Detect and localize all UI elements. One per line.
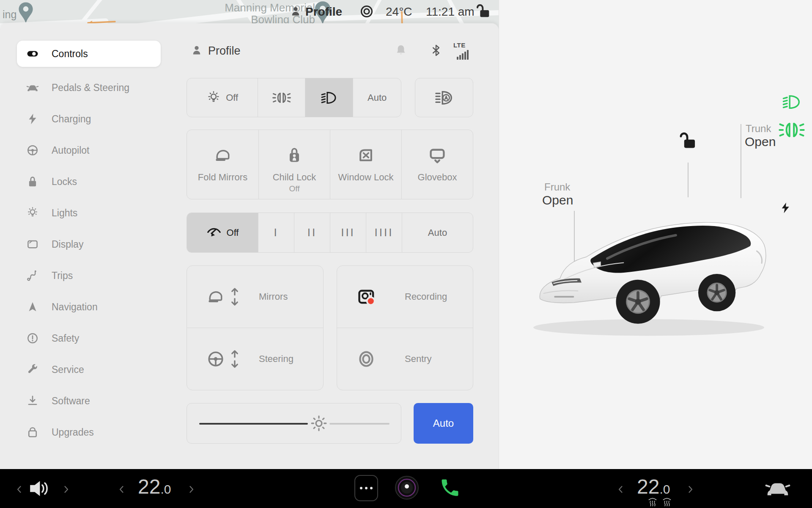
unlocked-icon[interactable] (475, 3, 491, 19)
sidebar-item-autopilot[interactable]: Autopilot (17, 135, 161, 166)
alert-circle-icon (26, 332, 39, 345)
sidebar-item-upgrades[interactable]: Upgrades (17, 417, 161, 448)
recording-button[interactable]: Recording (337, 266, 473, 328)
phone-icon[interactable] (439, 477, 461, 499)
sidebar-item-charging[interactable]: Charging (17, 103, 161, 135)
quick-controls-group: Fold Mirrors Child Lock Off Window Lock (187, 130, 473, 199)
toggle-icon (26, 47, 39, 60)
wiper-speed-2-button[interactable]: II (294, 213, 330, 252)
app-launcher-button[interactable] (354, 475, 378, 501)
auto-high-beam-button[interactable] (415, 78, 473, 117)
child-lock-icon (285, 145, 304, 166)
volume-up-chevron-icon[interactable] (61, 484, 71, 494)
mirror-steering-card: Mirrors Steering (187, 265, 324, 390)
sentry-button[interactable]: Sentry (337, 328, 473, 390)
driver-temp-down-icon[interactable] (117, 484, 127, 494)
lights-auto-button[interactable]: Auto (353, 78, 401, 117)
low-beam-button[interactable] (305, 78, 353, 117)
wiper-icon (206, 225, 222, 240)
display-auto-button[interactable]: Auto (414, 403, 473, 444)
steering-adjust-button[interactable]: Steering (187, 328, 323, 390)
wipers-off-button[interactable]: Off (187, 213, 258, 252)
tesla-touchscreen: ing Manning Memorial Bowling Club Profil… (0, 0, 812, 508)
fold-mirrors-button[interactable]: Fold Mirrors (187, 130, 258, 199)
vehicle-status-panel: Trunk Open Frunk Open (499, 0, 812, 469)
trunk-open-button[interactable]: Open (745, 135, 776, 149)
sidebar-item-display[interactable]: Display (17, 229, 161, 260)
notification-bell-icon[interactable] (394, 43, 408, 58)
sidebar-item-software[interactable]: Software (17, 385, 161, 417)
parking-lights-icon (272, 92, 291, 104)
bulb-icon (206, 91, 221, 105)
wiper-speed-3-button[interactable]: III (330, 213, 366, 252)
driver-profile-icon (289, 5, 302, 18)
wiper-speed-group: Off I II III IIII Auto (187, 213, 473, 253)
volume-down-chevron-icon[interactable] (14, 484, 25, 494)
charge-port-icon[interactable] (779, 200, 792, 216)
side-mirror-icon (206, 287, 225, 306)
profile-icon (190, 44, 203, 57)
bulb-icon (26, 207, 39, 219)
wipers-auto-button[interactable]: Auto (402, 213, 473, 252)
sidebar-item-service[interactable]: Service (17, 354, 161, 385)
wiper-speed-4-button[interactable]: IIII (366, 213, 402, 252)
sidebar-item-pedals-steering[interactable]: Pedals & Steering (17, 72, 161, 103)
speaker-icon[interactable] (26, 476, 52, 501)
auto-high-beam-icon (434, 88, 454, 108)
passenger-temp-down-icon[interactable] (616, 484, 626, 494)
driver-temp-display[interactable]: 22 .0 (138, 475, 171, 498)
sidebar-item-trips[interactable]: Trips (17, 260, 161, 291)
parking-lights-active-icon (779, 122, 805, 138)
brightness-track-filled[interactable] (199, 423, 308, 425)
glovebox-icon (428, 145, 447, 166)
map-street-label: ing (3, 8, 16, 21)
passenger-temp-up-icon[interactable] (685, 484, 695, 494)
sidebar-item-lights[interactable]: Lights (17, 197, 161, 229)
network-type: LTE (453, 41, 473, 49)
clock: 11:21 am (426, 5, 475, 19)
outside-temperature: 24°C (386, 5, 412, 19)
low-beam-icon (321, 89, 337, 106)
mirrors-adjust-button[interactable]: Mirrors (187, 266, 323, 328)
trunk-label: Trunk (746, 123, 771, 135)
side-mirror-icon (214, 145, 232, 166)
window-lock-button[interactable]: Window Lock (330, 130, 401, 199)
bluetooth-icon[interactable] (430, 43, 442, 58)
wiper-speed-1-button[interactable]: I (258, 213, 294, 252)
lte-signal-icon[interactable]: LTE (453, 41, 473, 60)
panel-title: Profile (208, 44, 241, 58)
up-down-arrows-icon (229, 350, 240, 368)
brightness-slider[interactable] (187, 403, 401, 444)
vehicle-controls-icon[interactable] (765, 475, 791, 501)
driver-temp-up-icon[interactable] (186, 484, 196, 494)
child-lock-button[interactable]: Child Lock Off (258, 130, 330, 199)
glovebox-button[interactable]: Glovebox (401, 130, 473, 199)
headlight-mode-group: Off Auto (187, 78, 401, 117)
sidebar-item-locks[interactable]: Locks (17, 166, 161, 197)
wrench-icon (26, 363, 39, 376)
sidebar-item-navigation[interactable]: Navigation (17, 291, 161, 323)
launcher-bar: 22 .0 22 .0 (0, 469, 812, 508)
download-icon (26, 395, 39, 407)
upgrades-bag-icon (26, 426, 39, 439)
lights-off-button[interactable]: Off (187, 78, 258, 117)
brightness-sun-icon[interactable] (309, 414, 329, 433)
sidebar-item-safety[interactable]: Safety (17, 323, 161, 354)
status-profile-button[interactable]: Profile (305, 5, 342, 19)
sidebar-item-controls[interactable]: Controls (17, 41, 161, 67)
vehicle-render (524, 181, 778, 341)
cabin-camera-icon[interactable] (394, 475, 420, 500)
sentry-icon (357, 349, 376, 369)
parking-lights-button[interactable] (258, 78, 305, 117)
low-beam-active-icon (780, 92, 804, 112)
rear-defrost-icon[interactable] (661, 497, 672, 507)
steering-wheel-icon (26, 144, 39, 157)
window-lock-icon (357, 145, 375, 166)
passenger-temp-display[interactable]: 22 .0 (637, 475, 670, 498)
child-lock-state: Off (289, 184, 300, 193)
lock-icon (26, 175, 39, 188)
front-defrost-icon[interactable] (647, 497, 658, 507)
brightness-track-empty[interactable] (329, 423, 390, 425)
dashcam-icon (357, 287, 376, 306)
car-unlocked-icon[interactable] (678, 130, 698, 150)
